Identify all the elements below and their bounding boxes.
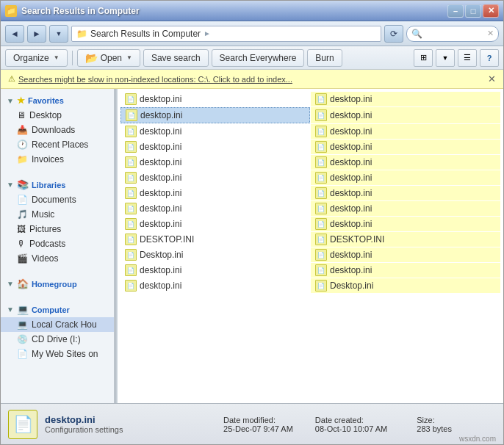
file-item-name: desktop.ini [330, 250, 372, 260]
view-dropdown-button[interactable]: ▼ [436, 49, 455, 67]
window-title: Search Results in Computer [21, 6, 447, 16]
sidebar-item-podcasts[interactable]: 🎙 Podcasts [1, 236, 114, 251]
search-input[interactable]: desktop.ini [425, 29, 484, 39]
date-created-value: 08-Oct-10 10:07 AM [315, 424, 387, 433]
status-filename: desktop.ini [45, 414, 216, 425]
size-value: 283 bytes [417, 424, 452, 433]
file-item-icon: 📄 [315, 234, 327, 245]
sidebar-item-cd-drive[interactable]: 💿 CD Drive (I:) [1, 332, 114, 347]
file-item[interactable]: 📄desktop.ini [120, 201, 310, 216]
file-item[interactable]: 📄desktop.ini [120, 217, 310, 231]
file-item-name: desktop.ini [330, 142, 372, 152]
homegroup-header[interactable]: ▼ 🏠 Homegroup [1, 276, 114, 292]
libraries-folder-icon: 📚 [17, 179, 29, 190]
sidebar-item-local-crack[interactable]: 💻 Local Crack Hou [1, 317, 114, 332]
open-label: Open [101, 53, 122, 63]
file-item-icon: 📄 [315, 172, 327, 184]
sidebar-item-desktop[interactable]: 🖥 Desktop [1, 108, 114, 123]
computer-header[interactable]: ▼ 💻 Computer [1, 302, 114, 317]
help-button[interactable]: ? [480, 49, 499, 67]
file-item[interactable]: 📄DESKTOP.INI [311, 232, 500, 247]
libraries-header[interactable]: ▼ 📚 Libraries [1, 177, 114, 192]
sidebar-item-documents[interactable]: 📄 Documents [1, 192, 114, 207]
chevron-icon: ▼ [7, 97, 14, 105]
libraries-section: ▼ 📚 Libraries 📄 Documents 🎵 Music 🖼 Pict… [1, 177, 114, 266]
file-item[interactable]: 📄Desktop.ini [311, 278, 500, 293]
file-item[interactable]: 📄desktop.ini [311, 263, 500, 278]
file-item-icon: 📄 [125, 264, 137, 276]
homegroup-label: Homegroup [32, 280, 77, 289]
open-button[interactable]: 📂 Open ▼ [77, 49, 140, 67]
file-item[interactable]: 📄desktop.ini [311, 155, 500, 170]
sidebar-item-videos[interactable]: 🎬 Videos [1, 251, 114, 266]
file-item[interactable]: 📄desktop.ini [311, 247, 500, 262]
music-icon: 🎵 [17, 209, 28, 220]
file-item[interactable]: 📄desktop.ini [311, 186, 500, 200]
watermark: wsxdn.com [459, 435, 496, 444]
minimize-button[interactable]: – [447, 4, 464, 18]
file-item[interactable]: 📄desktop.ini [311, 92, 500, 106]
file-item-name: desktop.ini [140, 281, 181, 291]
file-item[interactable]: 📄desktop.ini [311, 107, 500, 123]
file-item[interactable]: 📄desktop.ini [120, 278, 310, 293]
sidebar-item-recent-places[interactable]: 🕐 Recent Places [1, 137, 114, 152]
file-item[interactable]: 📄desktop.ini [311, 201, 500, 216]
file-item-name: desktop.ini [330, 126, 372, 137]
organize-button[interactable]: Organize ▼ [5, 49, 68, 67]
file-item-icon: 📄 [125, 156, 137, 168]
search-everywhere-button[interactable]: Search Everywhere [212, 49, 305, 67]
path-text: Search Results in Computer [90, 29, 201, 39]
file-item-name: DESKTOP.INI [330, 234, 384, 245]
file-item[interactable]: 📄desktop.ini [120, 92, 310, 106]
file-item[interactable]: 📄desktop.ini [120, 107, 310, 123]
file-item[interactable]: 📄desktop.ini [120, 263, 310, 278]
view-toggle-button[interactable]: ⊞ [414, 49, 433, 67]
file-item-name: desktop.ini [140, 173, 181, 183]
file-item[interactable]: 📄desktop.ini [120, 170, 310, 185]
burn-button[interactable]: Burn [307, 49, 342, 67]
documents-label: Documents [32, 195, 76, 205]
file-item[interactable]: 📄desktop.ini [120, 124, 310, 139]
save-search-button[interactable]: Save search [143, 49, 209, 67]
dropdown-button[interactable]: ▼ [49, 25, 68, 43]
file-item-icon: 📄 [125, 203, 137, 214]
file-item-name: desktop.ini [140, 265, 181, 275]
file-item[interactable]: 📄desktop.ini [311, 140, 500, 154]
cd-drive-label: CD Drive (I:) [32, 334, 81, 344]
date-modified-label: Date modified: [223, 416, 276, 424]
invoices-icon: 📁 [17, 154, 28, 164]
file-item[interactable]: 📄desktop.ini [120, 155, 310, 170]
file-item-icon: 📄 [315, 187, 327, 199]
search-clear-icon[interactable]: ✕ [487, 29, 494, 38]
forward-button[interactable]: ► [27, 25, 46, 43]
info-message[interactable]: Searches might be slow in non-indexed lo… [18, 75, 292, 84]
sidebar-item-pictures[interactable]: 🖼 Pictures [1, 222, 114, 236]
file-item[interactable]: 📄Desktop.ini [120, 247, 310, 262]
file-item-icon: 📄 [125, 172, 137, 184]
maximize-button[interactable]: □ [465, 4, 481, 18]
sidebar-item-music[interactable]: 🎵 Music [1, 207, 114, 222]
sidebar-item-downloads[interactable]: 📥 Downloads [1, 123, 114, 137]
refresh-button[interactable]: ⟳ [384, 25, 403, 43]
file-item-icon: 📄 [315, 264, 327, 276]
file-item[interactable]: 📄desktop.ini [120, 140, 310, 154]
details-button[interactable]: ☰ [458, 49, 477, 67]
file-item[interactable]: 📄desktop.ini [311, 170, 500, 185]
favorites-header[interactable]: ▼ ★ Favorites [1, 93, 114, 108]
file-item-name: desktop.ini [330, 265, 372, 275]
file-item-icon: 📄 [126, 109, 137, 121]
back-button[interactable]: ◄ [5, 25, 24, 43]
status-description: Configuration settings [45, 425, 216, 434]
sidebar-item-invoices[interactable]: 📁 Invoices [1, 152, 114, 167]
favorites-section: ▼ ★ Favorites 🖥 Desktop 📥 Downloads 🕐 Re… [1, 93, 114, 167]
address-path[interactable]: 📁 Search Results in Computer ► [71, 26, 381, 42]
file-item[interactable]: 📄desktop.ini [120, 186, 310, 200]
file-item[interactable]: 📄desktop.ini [311, 124, 500, 139]
info-close-button[interactable]: ✕ [488, 73, 496, 84]
search-everywhere-label: Search Everywhere [220, 53, 297, 63]
file-item[interactable]: 📄DESKTOP.INI [120, 232, 310, 247]
close-button[interactable]: ✕ [483, 4, 499, 18]
file-item[interactable]: 📄desktop.ini [311, 217, 500, 231]
file-type-icon: 📄 [13, 415, 33, 434]
sidebar-item-web-sites[interactable]: 📄 My Web Sites on [1, 347, 114, 361]
